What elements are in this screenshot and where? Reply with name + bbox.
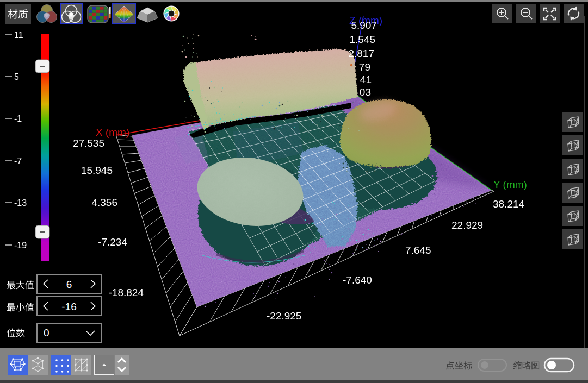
svg-text:22.929: 22.929 <box>451 219 483 231</box>
svg-text:41: 41 <box>360 74 372 85</box>
svg-text:27.535: 27.535 <box>73 137 104 149</box>
svg-text:79: 79 <box>359 61 370 73</box>
svg-text:5: 5 <box>14 72 19 81</box>
svg-text:5.907: 5.907 <box>351 20 377 31</box>
svg-text:-13: -13 <box>14 198 27 208</box>
svg-text:7.645: 7.645 <box>405 244 431 256</box>
svg-text:15.945: 15.945 <box>81 165 113 176</box>
svg-text:-19: -19 <box>14 241 27 250</box>
svg-text:0: 0 <box>44 327 49 338</box>
svg-text:-16: -16 <box>61 301 76 312</box>
svg-text:-7: -7 <box>14 156 22 166</box>
svg-text:X (mm): X (mm) <box>96 127 129 138</box>
svg-text:2.817: 2.817 <box>348 48 374 59</box>
svg-text:03: 03 <box>360 86 371 98</box>
svg-text:-22.925: -22.925 <box>267 310 301 322</box>
svg-text:11: 11 <box>14 30 23 40</box>
svg-text:1.545: 1.545 <box>349 34 375 45</box>
svg-text:-7.640: -7.640 <box>343 274 372 286</box>
svg-text:38.214: 38.214 <box>493 198 525 210</box>
svg-text:-7.234: -7.234 <box>98 236 127 248</box>
svg-text:-1: -1 <box>14 114 22 123</box>
svg-text:-18.824: -18.824 <box>109 287 144 298</box>
svg-text:6: 6 <box>66 279 72 290</box>
svg-text:Y (mm): Y (mm) <box>493 179 527 190</box>
svg-text:4.356: 4.356 <box>91 197 117 208</box>
